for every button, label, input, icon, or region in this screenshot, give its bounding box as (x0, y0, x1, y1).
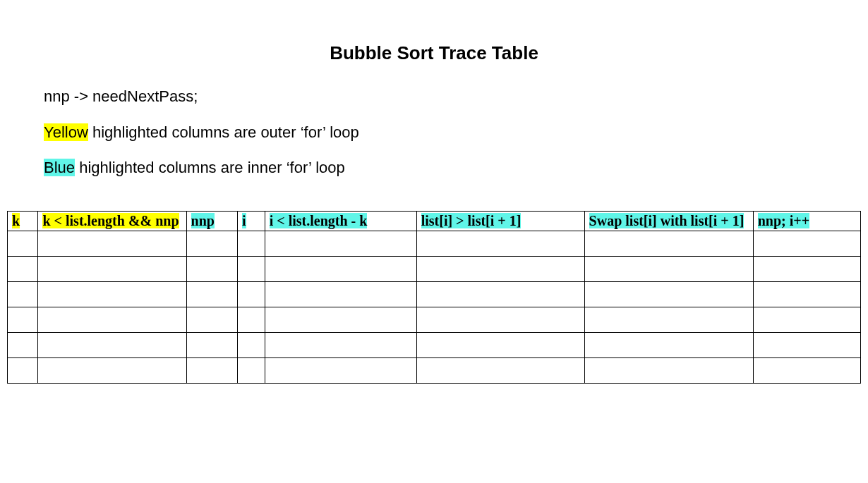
table-cell (753, 257, 860, 282)
table-cell (186, 282, 237, 307)
hl-nnp: nnp (191, 213, 215, 228)
th-swap: Swap list[i] with list[i + 1] (584, 212, 753, 231)
table-cell (38, 257, 186, 282)
table-cell (416, 307, 584, 333)
table-header-row: k k < list.length && nnp nnp i i < list.… (8, 212, 861, 231)
table-row (8, 307, 861, 333)
trace-table: k k < list.length && nnp nnp i i < list.… (7, 211, 861, 384)
table-cell (238, 333, 265, 358)
table-cell (584, 231, 753, 257)
hl-k: k (12, 213, 20, 228)
table-cell (186, 333, 237, 358)
hl-i-cond: i < list.length - k (270, 213, 368, 228)
table-cell (265, 231, 416, 257)
note-line-nnp: nnp -> needNextPass; (44, 82, 868, 111)
hl-k-cond: k < list.length && nnp (42, 213, 179, 228)
table-cell (584, 358, 753, 384)
table-cell (416, 282, 584, 307)
th-compare: list[i] > list[i + 1] (416, 212, 584, 231)
th-i-cond: i < list.length - k (265, 212, 416, 231)
table-cell (753, 307, 860, 333)
hl-i: i (242, 213, 246, 228)
table-cell (265, 358, 416, 384)
table-cell (238, 257, 265, 282)
table-cell (416, 231, 584, 257)
table-row (8, 231, 861, 257)
table-cell (8, 282, 38, 307)
note-line-yellow: Yellow highlighted columns are outer ‘fo… (44, 118, 868, 147)
table-cell (265, 282, 416, 307)
th-i: i (238, 212, 265, 231)
note-yellow-rest: highlighted columns are outer ‘for’ loop (88, 123, 359, 141)
table-cell (8, 358, 38, 384)
table-cell (416, 333, 584, 358)
page-title: Bubble Sort Trace Table (0, 42, 868, 64)
table-cell (753, 282, 860, 307)
table-cell (265, 333, 416, 358)
table-cell (753, 231, 860, 257)
table-cell (38, 231, 186, 257)
table-cell (38, 307, 186, 333)
table-cell (584, 257, 753, 282)
notes-block: nnp -> needNextPass; Yellow highlighted … (44, 82, 868, 183)
hl-swap: Swap list[i] with list[i + 1] (589, 213, 745, 228)
blue-highlight: Blue (44, 159, 75, 176)
yellow-highlight: Yellow (44, 123, 88, 141)
table-cell (265, 307, 416, 333)
table-cell (38, 333, 186, 358)
note-blue-rest: highlighted columns are inner ‘for’ loop (75, 159, 345, 176)
th-k-cond: k < list.length && nnp (38, 212, 186, 231)
table-cell (186, 257, 237, 282)
table-cell (8, 333, 38, 358)
table-cell (416, 257, 584, 282)
table-cell (8, 307, 38, 333)
trace-table-wrap: k k < list.length && nnp nnp i i < list.… (7, 211, 861, 384)
hl-nnp-inc: nnp; i++ (758, 213, 809, 228)
table-cell (584, 282, 753, 307)
table-cell (416, 358, 584, 384)
table-cell (238, 282, 265, 307)
table-cell (584, 333, 753, 358)
table-cell (584, 307, 753, 333)
table-row (8, 333, 861, 358)
table-cell (186, 307, 237, 333)
table-row (8, 358, 861, 384)
th-nnp-inc: nnp; i++ (753, 212, 860, 231)
trace-table-body (8, 231, 861, 384)
table-cell (238, 231, 265, 257)
th-nnp: nnp (186, 212, 237, 231)
table-cell (38, 282, 186, 307)
table-cell (8, 257, 38, 282)
table-cell (186, 358, 237, 384)
table-cell (238, 358, 265, 384)
th-k: k (8, 212, 38, 231)
note-line-blue: Blue highlighted columns are inner ‘for’… (44, 154, 868, 183)
table-row (8, 257, 861, 282)
table-cell (238, 307, 265, 333)
table-row (8, 282, 861, 307)
table-cell (753, 333, 860, 358)
table-cell (186, 231, 237, 257)
table-cell (753, 358, 860, 384)
table-cell (8, 231, 38, 257)
table-cell (265, 257, 416, 282)
table-cell (38, 358, 186, 384)
hl-compare: list[i] > list[i + 1] (421, 213, 522, 228)
